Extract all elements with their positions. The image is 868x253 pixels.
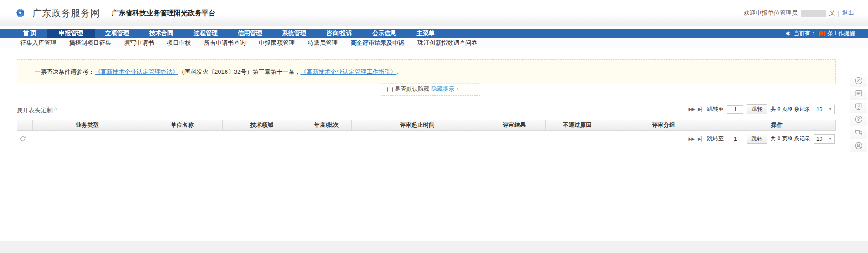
news-tool[interactable] [850, 87, 867, 100]
reminder-prefix: 当前有： [794, 30, 816, 37]
refresh-icon[interactable] [19, 135, 26, 142]
results-table-header: 业务类型 单位名称 技术领域 年度/批次 评审起止时间 评审结果 不通过原因 评… [17, 120, 836, 131]
pages-total-text: 共 0 页/0 条记录 [770, 135, 810, 143]
jump-button[interactable]: 跳转 [747, 104, 767, 114]
last-page-icon[interactable]: ▶▏ [698, 136, 704, 141]
col-actions: 操作 [718, 120, 835, 130]
record-count: 0 [789, 135, 792, 142]
monitor-flag-tool[interactable] [850, 100, 867, 113]
page-number-input[interactable] [727, 135, 743, 143]
pagination-top: ▶▶ ▶▏ 跳转至 跳转 共 0 页/0 条记录 10 ▼ [689, 104, 835, 114]
col-review-group: 评审分组 [609, 120, 718, 130]
brand-area: 广东政务服务网 广东省科技业务管理阳光政务平台 [14, 6, 215, 19]
nav-item-system-mgmt[interactable]: 系统管理 [272, 29, 316, 38]
veto-notice-box: 一票否决条件请参考：《高新技术企业认定管理办法》（国科发火〔2016〕32号）第… [17, 59, 836, 84]
profile-icon [854, 141, 863, 150]
records-suffix: 条记录 [794, 106, 810, 112]
username-suffix: 义 [829, 9, 835, 17]
record-count: 0 [789, 106, 792, 112]
top-header: 广东政务服务网 广东省科技业务管理阳光政务平台 欢迎申报单位管理员 义 | 退出 [0, 0, 868, 26]
pages-text: 共 0 页/ [770, 106, 789, 112]
user-area: 欢迎申报单位管理员 义 | 退出 [744, 9, 854, 17]
gd-flower-logo-icon [14, 6, 27, 19]
nav-item-tech-contract[interactable]: 技术合同 [139, 29, 184, 38]
col-review-result: 评审结果 [483, 120, 546, 130]
main-content: 一票否决条件请参考：《高新技术企业认定管理办法》（国科发火〔2016〕32号）第… [17, 48, 836, 240]
brand-divider [106, 8, 106, 18]
pagination-bottom: ▶▶ ▶▏ 跳转至 跳转 共 0 页/0 条记录 10 ▼ [689, 134, 835, 144]
caret-down-icon: ▼ [828, 137, 832, 141]
subnav-item-collection-mgmt[interactable]: 征集入库管理 [14, 39, 63, 47]
expand-caret-icon: ˄ [54, 106, 57, 111]
collapse-caret-icon[interactable]: ˄ [456, 87, 459, 92]
nav-item-main-menu[interactable]: 主菜单 [406, 29, 445, 38]
jump-to-label: 跳转至 [707, 105, 724, 113]
redacted-username [801, 10, 826, 17]
chat-icon [854, 128, 863, 137]
nav-item-project-mgmt[interactable]: 立项管理 [95, 29, 139, 38]
notice-middle: （国科发火〔2016〕32号）第三章第十一条， [178, 68, 300, 76]
page-size-value: 10 [816, 136, 822, 142]
notice-prefix: 一票否决条件请参考： [35, 68, 95, 76]
help-tool[interactable]: ? [850, 113, 867, 126]
col-tech-field: 技术领域 [223, 120, 301, 130]
default-hide-checkbox[interactable] [387, 87, 393, 92]
hide-notice-box: 是否默认隐藏 隐藏提示 ˄ [381, 83, 480, 96]
brand-name: 广东政务服务网 [32, 7, 100, 19]
page-size-select[interactable]: 10 ▼ [814, 134, 835, 144]
col-unit-name: 单位名称 [142, 120, 223, 130]
nav-item-public-info[interactable]: 公示信息 [362, 29, 406, 38]
svg-text:?: ? [857, 117, 860, 122]
nav-item-process-mgmt[interactable]: 过程管理 [184, 29, 228, 38]
page-size-select[interactable]: 10 ▼ [814, 105, 835, 114]
work-reminder[interactable]: 当前有：(8)条工作提醒 [785, 30, 855, 37]
col-business-type: 业务类型 [33, 120, 142, 130]
subnav-item-all-applications[interactable]: 所有申请书查询 [197, 39, 252, 47]
pages-text: 共 0 页/ [770, 135, 789, 142]
fast-forward-icon[interactable]: ▶▶ [689, 136, 695, 141]
jump-to-label: 跳转至 [707, 135, 724, 143]
last-page-icon[interactable]: ▶▏ [698, 107, 704, 112]
subnav-item-project-review[interactable]: 项目审核 [161, 39, 197, 47]
subnav-item-commissioner-mgmt[interactable]: 特派员管理 [301, 39, 344, 47]
help-icon: ? [854, 115, 863, 124]
nav-item-declare-mgmt[interactable]: 申报管理 [47, 29, 95, 38]
compass-tool[interactable] [850, 74, 867, 87]
nav-item-home[interactable]: 首 页 [13, 29, 47, 38]
nav-item-consult-complaint[interactable]: 咨询/投诉 [316, 29, 363, 38]
subnav-item-hte-review-appeal[interactable]: 高企评审结果及申诉 [344, 39, 411, 47]
expand-header-toggle[interactable]: 展开表头定制 ˄ [17, 106, 57, 114]
notice-link-work-guide[interactable]: 《高新技术企业认定管理工作指引》 [300, 68, 396, 76]
notice-link-management-measures[interactable]: 《高新技术企业认定管理办法》 [95, 68, 178, 76]
monitor-flag-icon [854, 102, 863, 111]
fast-forward-icon[interactable]: ▶▶ [689, 107, 695, 112]
page-number-input[interactable] [727, 105, 743, 114]
compass-icon [854, 76, 863, 85]
logout-link[interactable]: 退出 [842, 9, 854, 17]
chat-tool[interactable] [850, 126, 867, 139]
subnav-item-quota-mgmt[interactable]: 申报限额管理 [252, 39, 301, 47]
caret-down-icon: ▼ [828, 107, 832, 111]
side-toolbar: ? [850, 74, 867, 152]
jump-button[interactable]: 跳转 [747, 134, 767, 144]
nav-items: 首 页 申报管理 立项管理 技术合同 过程管理 信用管理 系统管理 咨询/投诉 … [13, 29, 445, 38]
subnav-item-fill-application[interactable]: 填写申请书 [118, 39, 161, 47]
col-select [17, 120, 33, 130]
subnav-item-unveiling-projects[interactable]: 揭榜制项目征集 [63, 39, 118, 47]
footer-strip [0, 241, 868, 253]
page-size-value: 10 [816, 106, 822, 113]
records-suffix: 条记录 [794, 135, 810, 142]
col-fail-reason: 不通过原因 [546, 120, 609, 130]
col-review-period: 评审起止时间 [352, 120, 483, 130]
table-controls-row: 展开表头定制 ˄ ▶▶ ▶▏ 跳转至 跳转 共 0 页/0 条记录 10 ▼ [17, 104, 836, 116]
user-separator: | [838, 10, 839, 17]
platform-title: 广东省科技业务管理阳光政务平台 [112, 9, 215, 18]
subnav-item-pearl-river-survey[interactable]: 珠江创新指数调查问卷 [411, 39, 484, 47]
table-footer-row: ▶▶ ▶▏ 跳转至 跳转 共 0 页/0 条记录 10 ▼ [17, 134, 836, 146]
nav-item-credit-mgmt[interactable]: 信用管理 [228, 29, 272, 38]
hide-tip-link[interactable]: 隐藏提示 [431, 85, 454, 93]
profile-tool[interactable] [850, 139, 867, 152]
reminder-count: (8) [818, 30, 825, 36]
default-hide-label: 是否默认隐藏 [395, 85, 429, 93]
col-year-batch: 年度/批次 [301, 120, 352, 130]
